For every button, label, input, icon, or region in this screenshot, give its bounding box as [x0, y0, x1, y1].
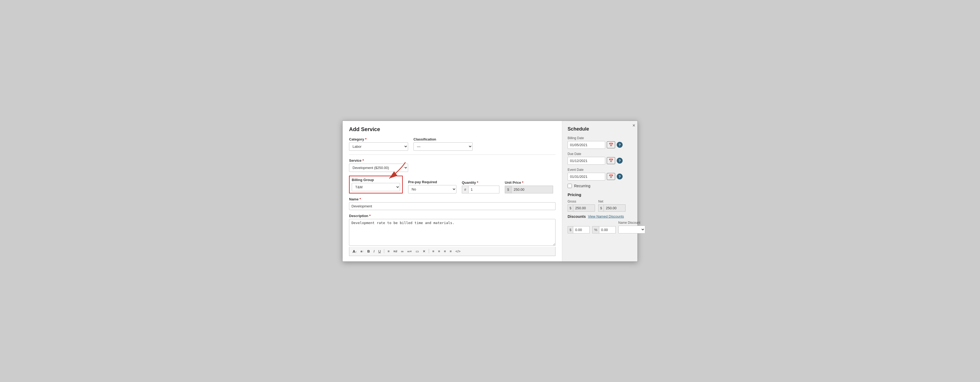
description-label: Description *: [349, 214, 555, 218]
toolbar-align-center[interactable]: ≡: [437, 249, 441, 254]
toolbar-font-size-decrease[interactable]: a↑: [360, 249, 364, 253]
quantity-input-wrapper: #: [462, 186, 500, 193]
prepay-label: Pre-pay Required: [408, 180, 457, 184]
recurring-checkbox[interactable]: [568, 184, 572, 188]
toolbar-link[interactable]: ∞: [400, 249, 405, 254]
quantity-prefix: #: [462, 186, 469, 193]
toolbar-ordered-list[interactable]: ≡#: [392, 249, 398, 254]
classification-label: Classification: [414, 137, 473, 141]
quantity-input[interactable]: [469, 186, 490, 193]
prepay-select[interactable]: No Yes: [408, 185, 457, 193]
toolbar-unlink[interactable]: ∞×: [406, 249, 413, 254]
category-classification-row: Category * Labor Materials Expense Class…: [349, 137, 555, 151]
discount-dollar-prefix: $: [568, 226, 573, 233]
due-date-wrapper: 📅 ?: [568, 157, 632, 165]
recurring-label: Recurring: [574, 184, 590, 188]
red-arrow: [384, 162, 414, 180]
toolbar-font-size-increase[interactable]: A↑: [352, 248, 358, 254]
discount-pct-input[interactable]: [599, 226, 616, 233]
discounts-row: $ % Name Discount: [568, 221, 632, 234]
discount-dollar-wrapper: $: [568, 226, 590, 234]
billing-group-select[interactable]: T&M Fixed None: [352, 183, 400, 191]
category-label: Category *: [349, 137, 408, 141]
pricing-gross-net-row: Gross $ Net $: [568, 200, 632, 212]
event-date-wrapper: 📅 ?: [568, 173, 632, 180]
name-discount-select[interactable]: [618, 226, 645, 234]
discount-pct-prefix: %: [593, 226, 599, 233]
unit-price-group: Unit Price * $: [505, 180, 553, 193]
close-button[interactable]: ×: [632, 123, 635, 128]
category-select[interactable]: Labor Materials Expense: [349, 142, 408, 151]
event-date-field: Event Date 📅 ?: [568, 168, 632, 180]
prepay-group: Pre-pay Required No Yes: [408, 180, 457, 193]
recurring-row: Recurring: [568, 184, 632, 188]
toolbar-image[interactable]: ▭: [415, 249, 420, 254]
editor-toolbar: A↑ a↑ B I U ≡ ≡# ∞ ∞× ▭ ✕ ≡ ≡ ≡ ≡ </>: [349, 247, 555, 256]
unit-price-wrapper: $: [505, 186, 553, 193]
discount-dollar-field: $: [568, 226, 590, 234]
unit-price-input[interactable]: [511, 186, 544, 193]
toolbar-sep-1: [384, 249, 384, 253]
add-service-modal: × Add Service Category * Labor Materials…: [342, 121, 638, 262]
billing-date-wrapper: 📅 ?: [568, 141, 632, 149]
net-input[interactable]: [604, 205, 625, 212]
due-date-help-button[interactable]: ?: [617, 158, 623, 164]
description-textarea[interactable]: Development rate to be billed time and m…: [349, 219, 555, 246]
quantity-group: Quantity * #: [462, 180, 500, 193]
divider-1: [349, 154, 555, 155]
toolbar-unordered-list[interactable]: ≡: [387, 249, 391, 254]
toolbar-align-right[interactable]: ≡: [443, 249, 447, 254]
event-date-label: Event Date: [568, 168, 632, 172]
modal-sidebar: Schedule Billing Date 📅 ? Due Date 📅 ? E…: [562, 121, 637, 261]
toolbar-remove-format[interactable]: ✕: [422, 249, 426, 254]
net-field: Net $: [598, 200, 625, 212]
pricing-title: Pricing: [568, 193, 632, 197]
toolbar-sep-2: [429, 249, 429, 253]
billing-date-help-button[interactable]: ?: [617, 142, 623, 148]
name-discount-label: Name Discount: [618, 221, 645, 224]
discount-dollar-input[interactable]: [573, 226, 589, 233]
category-group: Category * Labor Materials Expense: [349, 137, 408, 151]
name-group: Name *: [349, 197, 555, 210]
schedule-title: Schedule: [568, 126, 632, 132]
billing-date-label: Billing Date: [568, 136, 632, 140]
toolbar-bold[interactable]: B: [366, 249, 371, 254]
gross-input[interactable]: [573, 205, 595, 212]
classification-select[interactable]: —: [414, 142, 473, 151]
unit-price-prefix: $: [505, 186, 511, 193]
description-group: Description * Development rate to be bil…: [349, 214, 555, 256]
net-prefix: $: [598, 205, 604, 212]
toolbar-align-justify[interactable]: ≡: [449, 249, 453, 254]
modal-title: Add Service: [349, 126, 555, 132]
due-date-input[interactable]: [568, 157, 605, 165]
event-date-calendar-button[interactable]: 📅: [607, 173, 615, 180]
event-date-input[interactable]: [568, 173, 605, 180]
toolbar-align-left[interactable]: ≡: [431, 249, 436, 254]
gross-field: Gross $: [568, 200, 595, 212]
discount-pct-wrapper: %: [592, 226, 616, 234]
view-named-discounts-link[interactable]: View Named Discounts: [588, 214, 624, 218]
toolbar-underline[interactable]: U: [377, 249, 382, 254]
name-input[interactable]: [349, 202, 555, 210]
classification-group: Classification —: [414, 137, 473, 151]
pricing-section: Pricing Gross $ Net $: [568, 193, 632, 234]
event-date-help-button[interactable]: ?: [617, 173, 623, 180]
service-label: Service *: [349, 159, 408, 162]
gross-label: Gross: [568, 200, 595, 203]
service-row: Service * Development ($250.00): [349, 159, 555, 172]
quantity-label: Quantity *: [462, 180, 500, 185]
name-label: Name *: [349, 197, 555, 201]
name-discount-field: Name Discount: [618, 221, 645, 234]
billing-date-calendar-button[interactable]: 📅: [607, 141, 615, 148]
toolbar-source[interactable]: </>: [454, 249, 461, 254]
billing-row: Billing Group T&M Fixed None Pre-pay Req…: [349, 176, 555, 193]
discount-pct-field: %: [592, 226, 616, 234]
billing-date-field: Billing Date 📅 ?: [568, 136, 632, 149]
gross-input-wrapper: $: [568, 204, 595, 212]
toolbar-italic[interactable]: I: [372, 249, 375, 254]
unit-price-label: Unit Price *: [505, 180, 553, 185]
billing-date-input[interactable]: [568, 141, 605, 149]
discounts-title: Discounts: [568, 214, 586, 219]
due-date-calendar-button[interactable]: 📅: [607, 157, 615, 164]
modal-main: Add Service Category * Labor Materials E…: [343, 121, 562, 261]
